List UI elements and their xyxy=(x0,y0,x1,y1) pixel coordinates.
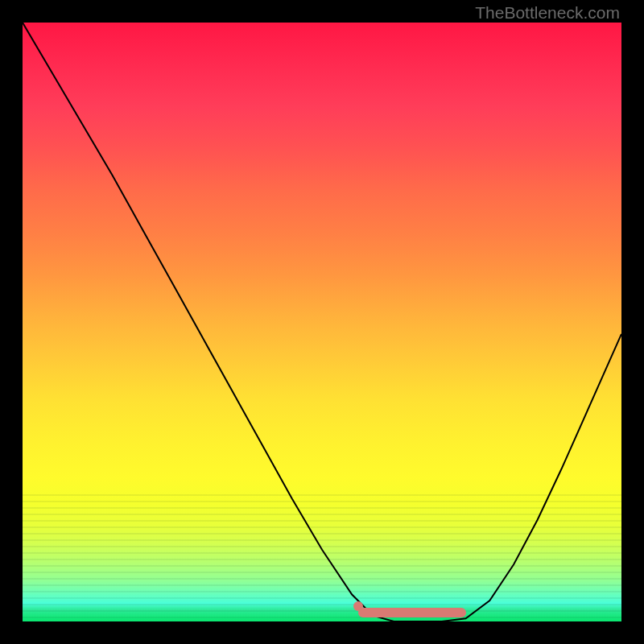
optimum-dot xyxy=(353,601,363,611)
plot-area xyxy=(23,23,621,621)
chart-frame: TheBottleneck.com xyxy=(0,0,644,644)
bottleneck-curve xyxy=(23,23,621,621)
curve-path xyxy=(23,23,621,621)
optimum-band xyxy=(358,608,466,617)
attribution-text: TheBottleneck.com xyxy=(475,3,620,23)
